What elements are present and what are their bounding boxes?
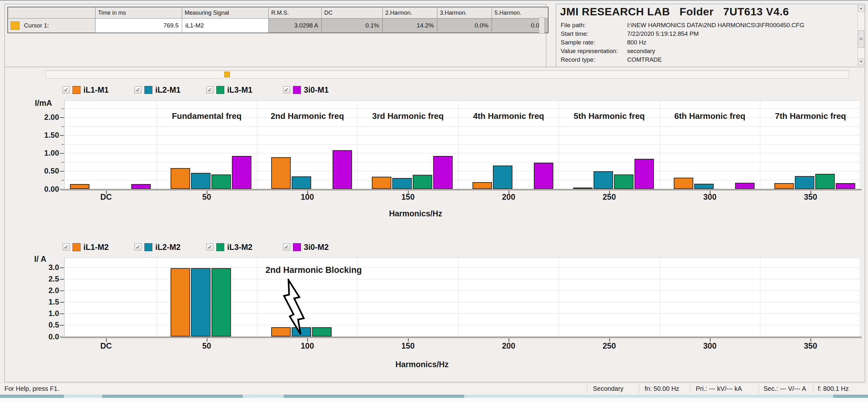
y-tick-label: 2.0	[34, 286, 59, 295]
x-tick-label: 100	[288, 192, 327, 202]
gridline	[64, 135, 860, 135]
bar-iL1-M1-DC	[70, 184, 89, 189]
y-axis-title: I/mA	[35, 98, 52, 108]
header-dc: DC	[322, 7, 382, 18]
bar-iL1-M1-50	[170, 168, 190, 189]
legend-item-iL2-M1: ✓iL2-M1	[134, 85, 181, 95]
y-tick	[60, 153, 64, 154]
x-tick-label: DC	[87, 341, 125, 350]
x-tick-label: 350	[791, 341, 830, 350]
legend-swatch-iL3-M1	[216, 86, 224, 94]
bar-iL3-M1-350	[815, 174, 835, 189]
bar-iL1-M1-350	[774, 183, 794, 189]
x-tick-label: 100	[288, 341, 327, 350]
taskbar-edge	[0, 395, 868, 398]
status-secondary: Secondary	[593, 385, 624, 393]
status-pri: Pri.: --- kV/--- kA	[696, 385, 742, 393]
header-measuring-signal: Measuring Signal	[182, 7, 268, 18]
bar-iL1-M1-200	[472, 182, 492, 189]
bar-iL3-M1-50	[212, 175, 231, 189]
field-label-value-representation: Value representation:	[561, 47, 627, 55]
x-tick-label: 150	[389, 341, 427, 350]
gridline	[64, 108, 860, 109]
bar-iL1-M2-50	[170, 268, 190, 337]
group-separator	[257, 257, 257, 337]
group-title: 5th Harmonic freq	[559, 111, 659, 121]
legend-label-3i0-M2: 3i0-M2	[304, 243, 329, 252]
record-fields: File path:I:\NEW HARMONICS DATA\2ND HARM…	[561, 21, 804, 64]
legend-item-3i0-M1: ✓3i0-M1	[283, 85, 329, 95]
legend-swatch-iL2-M2	[145, 243, 152, 251]
y-tick	[60, 313, 64, 314]
x-tick-label: 50	[188, 341, 226, 350]
scroll-down-icon[interactable]: ▼	[858, 59, 864, 65]
legend-swatch-3i0-M1	[293, 86, 301, 94]
taskbar-segment	[284, 395, 464, 398]
y-tick	[62, 126, 64, 127]
cursor-row-label: Cursor 1:	[8, 19, 95, 33]
group-separator	[458, 257, 459, 337]
y-tick	[62, 180, 64, 181]
scrollbar-thumb[interactable]: ≡	[858, 30, 864, 48]
header-empty	[8, 7, 95, 18]
status-separator	[690, 384, 690, 394]
record-info-panel: JMI RESEARCH LAB Folder 7UT613 V4.6 File…	[556, 4, 865, 67]
header-3harmon: 3.Harmon.	[437, 7, 492, 18]
x-tick-label: DC	[87, 192, 125, 202]
bar-iL1-M1-300	[674, 178, 693, 189]
y-tick	[60, 268, 64, 268]
legend-checkbox-iL2-M2[interactable]: ✓	[134, 244, 142, 250]
window-bottom	[0, 398, 868, 402]
status-bar: For Help, press F1. Secondary fn: 50.00 …	[0, 383, 868, 395]
lightning-bolt-icon	[277, 279, 309, 336]
bar-iL3-M1-150	[413, 175, 432, 189]
taskbar-segment	[833, 395, 868, 398]
legend-label-3i0-M1: 3i0-M1	[304, 85, 329, 95]
field-value-start-time: 7/22/2020 5:19:12.854 PM	[627, 30, 699, 37]
info-scrollbar[interactable]: ▲ ≡ ▼	[858, 5, 864, 65]
time-cursor-marker-icon[interactable]	[224, 71, 230, 77]
legend-checkbox-iL3-M2[interactable]: ✓	[206, 244, 213, 250]
legend-label-iL3-M1: iL3-M1	[227, 85, 252, 95]
y-tick	[62, 144, 64, 145]
legend-checkbox-3i0-M2[interactable]: ✓	[283, 244, 290, 250]
gridline	[64, 153, 860, 153]
x-tick-label: 50	[188, 192, 226, 202]
y-tick-label: 1.5	[34, 298, 59, 306]
legend-checkbox-iL2-M1[interactable]: ✓	[134, 86, 142, 93]
y-tick-label: 1.0	[34, 309, 59, 318]
group-title: 4th Harmonic freq	[459, 111, 559, 121]
y-tick-label: 0.00	[34, 185, 59, 194]
time-cursor-track[interactable]	[46, 70, 849, 79]
cursor-dc-value: 0.1%	[322, 19, 382, 33]
gridline	[64, 126, 860, 127]
y-tick-label: 2.00	[34, 113, 59, 122]
status-f: f: 800.1 Hz	[818, 385, 849, 393]
bar-iL3-M1-250	[614, 175, 633, 189]
legend-checkbox-iL1-M2[interactable]: ✓	[63, 244, 70, 250]
bar-3i0-M1-100	[333, 150, 352, 189]
annotation-text: 2nd Harmonic Blocking	[266, 265, 362, 275]
bar-iL2-M1-50	[191, 173, 211, 189]
bar-3i0-M1-200	[534, 163, 553, 189]
bar-3i0-M1-150	[433, 156, 453, 189]
harmonics-chart-panel: ✓iL1-M1✓iL2-M1✓iL3-M1✓3i0-M1I/mA0.501.00…	[4, 67, 865, 382]
legend-checkbox-iL1-M1[interactable]: ✓	[63, 86, 70, 93]
group-title: Fundamental freq	[157, 111, 257, 121]
legend-swatch-iL3-M2	[216, 243, 224, 251]
group-separator	[156, 257, 157, 337]
legend-checkbox-3i0-M1[interactable]: ✓	[283, 86, 290, 93]
legend-item-iL1-M1: ✓iL1-M1	[63, 85, 108, 95]
header-5harmon: 5.Harmon.	[492, 7, 548, 18]
legend-checkbox-iL3-M1[interactable]: ✓	[206, 86, 213, 93]
scroll-up-icon[interactable]: ▲	[858, 5, 864, 12]
panel-scrollbar-thumb[interactable]	[539, 18, 545, 34]
y-tick-label: 0.0	[34, 332, 59, 341]
status-separator	[813, 384, 813, 394]
cursor-time-value[interactable]: 769.5	[95, 19, 182, 33]
legend-swatch-3i0-M2	[293, 243, 301, 251]
cursor-signal-value[interactable]: iL1-M2	[182, 19, 268, 33]
bar-3i0-M1-250	[634, 159, 654, 189]
bar-iL3-M2-100	[312, 327, 332, 337]
gridline	[64, 268, 860, 268]
